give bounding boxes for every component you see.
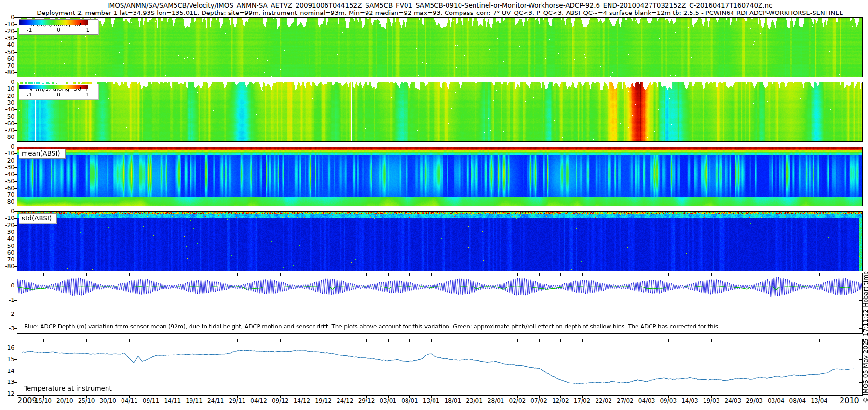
y-tick-label: -30 — [0, 35, 14, 41]
x-tick-mark — [668, 396, 669, 398]
x-tick-mark-top — [604, 273, 604, 276]
x-tick-mark-top — [302, 339, 302, 342]
y-tick-mark — [14, 314, 17, 314]
x-tick-mark-top — [388, 273, 389, 276]
x-tick-mark-top — [475, 273, 475, 276]
y-tick-mark — [14, 82, 17, 82]
adcp-figure: IMOS/ANMN/SA/SAM5CB/Velocity/IMOS_ANMN-S… — [0, 0, 868, 410]
y-tick-label: -60 — [0, 185, 14, 191]
u-colorbar-tick: 0 — [57, 27, 60, 33]
y-tick-mark — [14, 161, 17, 161]
y-tick-mark — [14, 371, 17, 371]
y-tick-label: -1 — [0, 297, 14, 303]
y-tick-mark — [14, 59, 17, 59]
y-tick-label: -70 — [0, 63, 14, 69]
x-tick-mark-top — [409, 273, 410, 276]
x-tick-mark-top — [539, 339, 540, 342]
depth-variation-caption: Blue: ADCP Depth (m) variation from sens… — [24, 323, 720, 330]
x-tick-label: 24/12 — [337, 397, 353, 404]
x-tick-mark — [711, 396, 712, 398]
x-tick-mark-top — [819, 273, 820, 276]
y-tick-mark — [14, 24, 17, 25]
x-tick-mark-top — [302, 273, 302, 276]
x-tick-label: 18/01 — [445, 397, 461, 404]
y-tick-mark — [14, 174, 17, 175]
x-tick-mark — [86, 396, 87, 398]
x-tick-mark-top — [151, 339, 151, 342]
x-tick-mark-top — [43, 273, 44, 276]
x-tick-mark-top — [539, 273, 540, 276]
x-tick-mark — [108, 396, 108, 398]
x-tick-label: 22/02 — [595, 397, 612, 404]
x-tick-mark — [798, 396, 798, 398]
y-tick-label: 16 — [0, 345, 14, 351]
year-label-right: 2010 — [840, 396, 859, 405]
y-tick-label: -40 — [0, 171, 14, 178]
x-tick-mark-top — [194, 273, 194, 276]
x-tick-mark — [43, 396, 44, 398]
x-tick-mark — [194, 396, 194, 398]
y-tick-mark — [14, 109, 17, 110]
x-tick-mark-top — [776, 273, 776, 276]
y-tick-label: 0 — [0, 144, 14, 150]
y-tick-mark — [14, 66, 17, 66]
y-tick-mark — [14, 147, 17, 147]
x-tick-mark-top — [259, 339, 259, 342]
y-tick-label: -80 — [0, 263, 14, 270]
x-tick-mark — [388, 396, 389, 398]
x-tick-mark-top — [431, 339, 432, 342]
y-tick-label: -20 — [0, 93, 14, 99]
x-tick-label: 04/03 — [638, 397, 655, 404]
y-tick-label: 13 — [0, 379, 14, 385]
std-absi-heatmap — [17, 212, 862, 271]
u-colorbar-labels: -1 0 1 — [21, 27, 96, 34]
v-colorbar-tick: -1 — [27, 92, 32, 98]
x-tick-mark — [431, 396, 432, 398]
u-colorbar-tick: -1 — [27, 27, 32, 33]
x-tick-label: 14/11 — [164, 397, 181, 404]
y-tick-label: -10 — [0, 150, 14, 157]
x-tick-mark-top — [173, 273, 173, 276]
x-tick-mark-top — [345, 273, 345, 276]
x-tick-mark — [302, 396, 302, 398]
x-tick-label: 07/02 — [530, 397, 547, 404]
x-tick-mark-top — [711, 273, 712, 276]
x-tick-mark-top — [129, 273, 130, 276]
temperature-plot — [17, 339, 862, 395]
y-tick-mark — [14, 89, 17, 89]
x-tick-mark-top — [86, 273, 87, 276]
x-tick-label: 17/02 — [574, 397, 591, 404]
y-tick-mark-right — [859, 328, 862, 329]
x-tick-label: 04/11 — [121, 397, 138, 404]
y-tick-label: 0 — [0, 208, 14, 215]
x-tick-mark-top — [65, 339, 65, 342]
x-tick-mark — [475, 396, 475, 398]
x-tick-mark-top — [388, 339, 389, 342]
x-tick-mark — [647, 396, 647, 398]
y-tick-mark — [14, 137, 17, 137]
x-tick-mark-top — [86, 339, 87, 342]
y-tick-mark — [14, 394, 17, 394]
panel-temperature: Temperature at instrument — [17, 339, 863, 396]
x-tick-label: 30/10 — [99, 397, 116, 404]
x-tick-mark — [129, 396, 130, 398]
y-tick-label: 14 — [0, 368, 14, 374]
x-tick-mark-top — [496, 273, 496, 276]
y-tick-label: -60 — [0, 120, 14, 126]
x-tick-mark-top — [431, 273, 432, 276]
y-tick-mark-right — [859, 382, 862, 383]
x-tick-mark-top — [625, 273, 625, 276]
x-tick-mark-top — [755, 339, 755, 342]
std-absi-label: std(ABSI) — [19, 213, 57, 223]
x-tick-mark-top — [108, 339, 108, 342]
y-tick-mark — [14, 246, 17, 246]
figure-subtitle: Deployment 2, member 1 lat=34.93S lon=13… — [17, 9, 863, 16]
x-tick-mark-top — [324, 273, 324, 276]
y-tick-mark — [14, 328, 17, 329]
x-tick-mark-top — [819, 339, 820, 342]
y-tick-mark — [14, 232, 17, 232]
y-tick-mark-right — [859, 314, 862, 314]
x-tick-label: 03/04 — [768, 397, 785, 404]
y-tick-label: -40 — [0, 42, 14, 48]
x-tick-label: 12/02 — [552, 397, 569, 404]
